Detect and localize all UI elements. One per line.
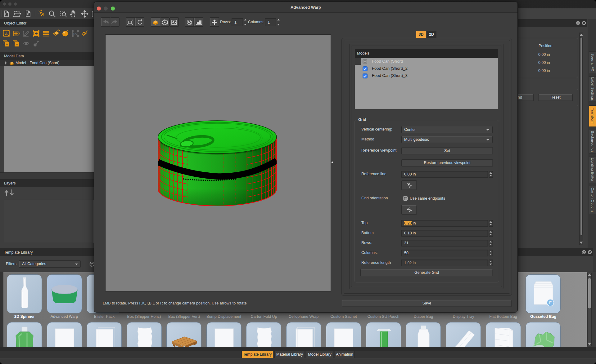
svg-text:A: A — [5, 32, 8, 36]
svg-text:F: F — [549, 300, 552, 305]
svg-text:UV: UV — [73, 32, 78, 36]
